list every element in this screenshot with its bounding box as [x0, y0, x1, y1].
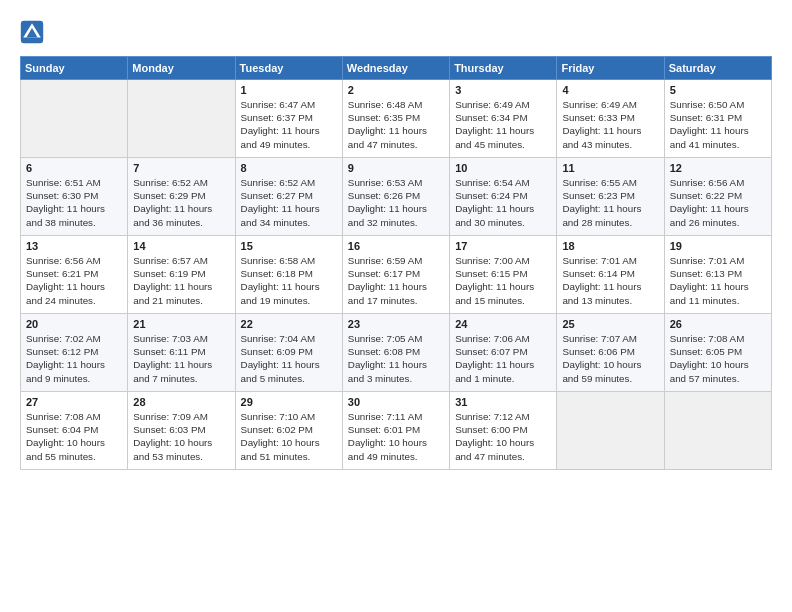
day-detail: Sunrise: 6:52 AM Sunset: 6:27 PM Dayligh…: [241, 176, 337, 229]
calendar-body: 1Sunrise: 6:47 AM Sunset: 6:37 PM Daylig…: [21, 80, 772, 470]
calendar-cell: 6Sunrise: 6:51 AM Sunset: 6:30 PM Daylig…: [21, 158, 128, 236]
day-detail: Sunrise: 6:50 AM Sunset: 6:31 PM Dayligh…: [670, 98, 766, 151]
day-detail: Sunrise: 7:08 AM Sunset: 6:05 PM Dayligh…: [670, 332, 766, 385]
day-detail: Sunrise: 7:01 AM Sunset: 6:14 PM Dayligh…: [562, 254, 658, 307]
calendar-cell: 29Sunrise: 7:10 AM Sunset: 6:02 PM Dayli…: [235, 392, 342, 470]
day-number: 13: [26, 240, 122, 252]
day-detail: Sunrise: 7:04 AM Sunset: 6:09 PM Dayligh…: [241, 332, 337, 385]
calendar-cell: 4Sunrise: 6:49 AM Sunset: 6:33 PM Daylig…: [557, 80, 664, 158]
day-of-week-header: Wednesday: [342, 57, 449, 80]
day-detail: Sunrise: 7:00 AM Sunset: 6:15 PM Dayligh…: [455, 254, 551, 307]
calendar-cell: 16Sunrise: 6:59 AM Sunset: 6:17 PM Dayli…: [342, 236, 449, 314]
day-number: 27: [26, 396, 122, 408]
day-number: 5: [670, 84, 766, 96]
day-number: 25: [562, 318, 658, 330]
calendar-cell: [557, 392, 664, 470]
day-detail: Sunrise: 7:01 AM Sunset: 6:13 PM Dayligh…: [670, 254, 766, 307]
calendar-header: SundayMondayTuesdayWednesdayThursdayFrid…: [21, 57, 772, 80]
calendar-cell: 18Sunrise: 7:01 AM Sunset: 6:14 PM Dayli…: [557, 236, 664, 314]
day-number: 11: [562, 162, 658, 174]
day-number: 20: [26, 318, 122, 330]
day-detail: Sunrise: 7:06 AM Sunset: 6:07 PM Dayligh…: [455, 332, 551, 385]
calendar-cell: 25Sunrise: 7:07 AM Sunset: 6:06 PM Dayli…: [557, 314, 664, 392]
calendar-cell: 3Sunrise: 6:49 AM Sunset: 6:34 PM Daylig…: [450, 80, 557, 158]
day-of-week-header: Monday: [128, 57, 235, 80]
day-detail: Sunrise: 7:11 AM Sunset: 6:01 PM Dayligh…: [348, 410, 444, 463]
calendar-cell: 23Sunrise: 7:05 AM Sunset: 6:08 PM Dayli…: [342, 314, 449, 392]
calendar-cell: 7Sunrise: 6:52 AM Sunset: 6:29 PM Daylig…: [128, 158, 235, 236]
calendar-page: SundayMondayTuesdayWednesdayThursdayFrid…: [0, 0, 792, 480]
day-detail: Sunrise: 6:51 AM Sunset: 6:30 PM Dayligh…: [26, 176, 122, 229]
day-detail: Sunrise: 6:54 AM Sunset: 6:24 PM Dayligh…: [455, 176, 551, 229]
calendar-cell: 19Sunrise: 7:01 AM Sunset: 6:13 PM Dayli…: [664, 236, 771, 314]
day-number: 30: [348, 396, 444, 408]
calendar-week-row: 27Sunrise: 7:08 AM Sunset: 6:04 PM Dayli…: [21, 392, 772, 470]
calendar-cell: 27Sunrise: 7:08 AM Sunset: 6:04 PM Dayli…: [21, 392, 128, 470]
day-number: 4: [562, 84, 658, 96]
calendar-cell: 1Sunrise: 6:47 AM Sunset: 6:37 PM Daylig…: [235, 80, 342, 158]
day-number: 16: [348, 240, 444, 252]
day-detail: Sunrise: 6:58 AM Sunset: 6:18 PM Dayligh…: [241, 254, 337, 307]
day-detail: Sunrise: 6:59 AM Sunset: 6:17 PM Dayligh…: [348, 254, 444, 307]
day-number: 31: [455, 396, 551, 408]
calendar-cell: 20Sunrise: 7:02 AM Sunset: 6:12 PM Dayli…: [21, 314, 128, 392]
day-detail: Sunrise: 7:07 AM Sunset: 6:06 PM Dayligh…: [562, 332, 658, 385]
day-number: 24: [455, 318, 551, 330]
day-detail: Sunrise: 6:55 AM Sunset: 6:23 PM Dayligh…: [562, 176, 658, 229]
day-number: 12: [670, 162, 766, 174]
day-detail: Sunrise: 6:48 AM Sunset: 6:35 PM Dayligh…: [348, 98, 444, 151]
header-row: SundayMondayTuesdayWednesdayThursdayFrid…: [21, 57, 772, 80]
calendar-cell: [664, 392, 771, 470]
day-number: 1: [241, 84, 337, 96]
calendar-cell: 9Sunrise: 6:53 AM Sunset: 6:26 PM Daylig…: [342, 158, 449, 236]
day-number: 18: [562, 240, 658, 252]
day-detail: Sunrise: 6:56 AM Sunset: 6:21 PM Dayligh…: [26, 254, 122, 307]
day-of-week-header: Thursday: [450, 57, 557, 80]
day-detail: Sunrise: 7:05 AM Sunset: 6:08 PM Dayligh…: [348, 332, 444, 385]
calendar-cell: 2Sunrise: 6:48 AM Sunset: 6:35 PM Daylig…: [342, 80, 449, 158]
day-number: 6: [26, 162, 122, 174]
day-detail: Sunrise: 6:47 AM Sunset: 6:37 PM Dayligh…: [241, 98, 337, 151]
header: [20, 20, 772, 44]
calendar-cell: 10Sunrise: 6:54 AM Sunset: 6:24 PM Dayli…: [450, 158, 557, 236]
calendar-cell: 31Sunrise: 7:12 AM Sunset: 6:00 PM Dayli…: [450, 392, 557, 470]
calendar-cell: 21Sunrise: 7:03 AM Sunset: 6:11 PM Dayli…: [128, 314, 235, 392]
calendar-cell: 26Sunrise: 7:08 AM Sunset: 6:05 PM Dayli…: [664, 314, 771, 392]
day-number: 22: [241, 318, 337, 330]
calendar-cell: 5Sunrise: 6:50 AM Sunset: 6:31 PM Daylig…: [664, 80, 771, 158]
day-number: 29: [241, 396, 337, 408]
calendar-cell: [128, 80, 235, 158]
day-of-week-header: Sunday: [21, 57, 128, 80]
day-number: 9: [348, 162, 444, 174]
day-number: 17: [455, 240, 551, 252]
day-number: 26: [670, 318, 766, 330]
calendar-cell: 13Sunrise: 6:56 AM Sunset: 6:21 PM Dayli…: [21, 236, 128, 314]
calendar-week-row: 1Sunrise: 6:47 AM Sunset: 6:37 PM Daylig…: [21, 80, 772, 158]
calendar-week-row: 6Sunrise: 6:51 AM Sunset: 6:30 PM Daylig…: [21, 158, 772, 236]
calendar-week-row: 20Sunrise: 7:02 AM Sunset: 6:12 PM Dayli…: [21, 314, 772, 392]
day-of-week-header: Tuesday: [235, 57, 342, 80]
day-detail: Sunrise: 6:57 AM Sunset: 6:19 PM Dayligh…: [133, 254, 229, 307]
calendar-cell: 15Sunrise: 6:58 AM Sunset: 6:18 PM Dayli…: [235, 236, 342, 314]
day-number: 2: [348, 84, 444, 96]
calendar-week-row: 13Sunrise: 6:56 AM Sunset: 6:21 PM Dayli…: [21, 236, 772, 314]
calendar-cell: 17Sunrise: 7:00 AM Sunset: 6:15 PM Dayli…: [450, 236, 557, 314]
day-detail: Sunrise: 6:49 AM Sunset: 6:34 PM Dayligh…: [455, 98, 551, 151]
day-detail: Sunrise: 6:53 AM Sunset: 6:26 PM Dayligh…: [348, 176, 444, 229]
day-number: 10: [455, 162, 551, 174]
calendar-cell: [21, 80, 128, 158]
calendar-cell: 30Sunrise: 7:11 AM Sunset: 6:01 PM Dayli…: [342, 392, 449, 470]
calendar-table: SundayMondayTuesdayWednesdayThursdayFrid…: [20, 56, 772, 470]
day-detail: Sunrise: 6:49 AM Sunset: 6:33 PM Dayligh…: [562, 98, 658, 151]
calendar-cell: 12Sunrise: 6:56 AM Sunset: 6:22 PM Dayli…: [664, 158, 771, 236]
day-number: 23: [348, 318, 444, 330]
day-of-week-header: Friday: [557, 57, 664, 80]
calendar-cell: 8Sunrise: 6:52 AM Sunset: 6:27 PM Daylig…: [235, 158, 342, 236]
day-of-week-header: Saturday: [664, 57, 771, 80]
day-number: 28: [133, 396, 229, 408]
day-number: 8: [241, 162, 337, 174]
day-number: 14: [133, 240, 229, 252]
day-detail: Sunrise: 7:03 AM Sunset: 6:11 PM Dayligh…: [133, 332, 229, 385]
day-number: 3: [455, 84, 551, 96]
day-number: 19: [670, 240, 766, 252]
